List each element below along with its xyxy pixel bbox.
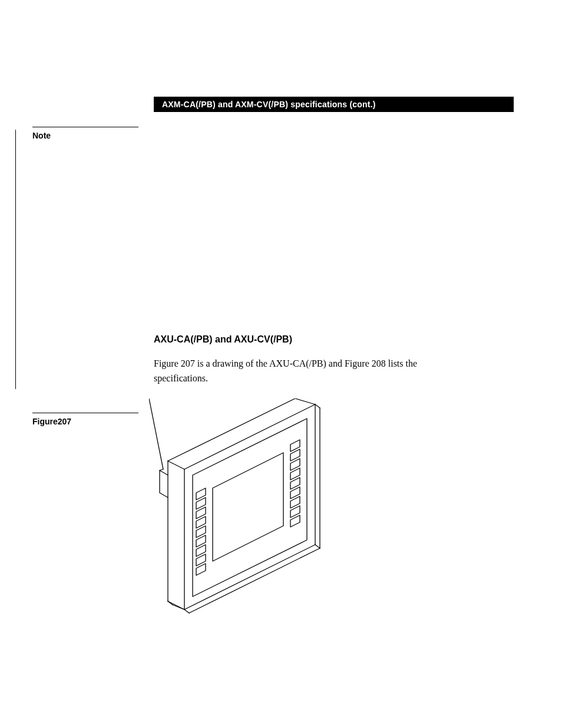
section-heading: AXU-CA(/PB) and AXU-CV(/PB) [154,334,292,345]
page-header-title: AXM-CA(/PB) and AXM-CV(/PB) specificatio… [162,100,376,109]
page: AXM-CA(/PB) and AXM-CV(/PB) specificatio… [0,0,562,728]
sidebar-vertical-rule [15,130,16,389]
note-label: Note [32,131,51,140]
svg-marker-0 [184,404,315,610]
svg-marker-8 [193,419,307,597]
svg-line-6 [160,469,163,470]
page-header-bar: AXM-CA(/PB) and AXM-CV(/PB) specificatio… [154,97,514,112]
section-body-text: Figure 207 is a drawing of the AXU-CA(/P… [154,357,460,386]
device-illustration [149,398,332,622]
svg-line-1 [315,404,320,408]
figure-horizontal-rule [32,413,138,413]
svg-line-4 [184,610,189,613]
svg-line-7 [149,398,163,469]
svg-marker-9 [213,453,283,561]
note-horizontal-rule [32,127,138,127]
svg-line-5 [189,548,320,613]
figure-label: Figure207 [32,417,71,426]
svg-line-3 [315,545,320,548]
